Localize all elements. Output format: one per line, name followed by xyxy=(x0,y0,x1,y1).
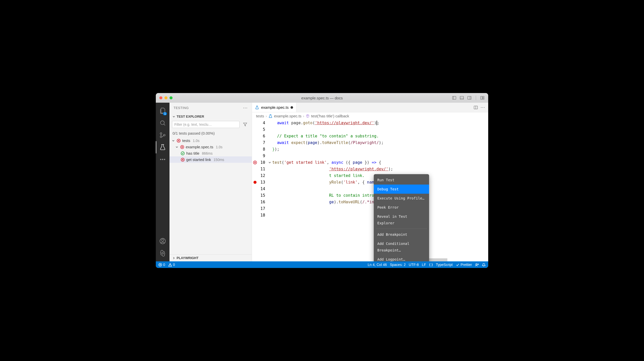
tree-time: 866ms xyxy=(202,151,213,155)
editor-more-button[interactable]: ··· xyxy=(481,105,485,110)
filter-input[interactable]: Filter (e.g. text, !exclu… xyxy=(172,121,240,128)
svg-rect-4 xyxy=(468,96,471,99)
toggle-panel-icon[interactable] xyxy=(460,96,464,100)
menu-add-breakpoint[interactable]: Add Breakpoint xyxy=(374,230,429,239)
editor-tabs: example.spec.ts ··· xyxy=(252,103,488,112)
beaker-icon xyxy=(255,105,259,110)
breadcrumb-folder[interactable]: tests xyxy=(256,114,264,118)
minimize-window-button[interactable] xyxy=(164,96,167,99)
pass-icon xyxy=(181,151,185,155)
menu-execute-profile[interactable]: Execute Using Profile… xyxy=(374,194,429,203)
tab-label: example.spec.ts xyxy=(261,105,289,110)
sidebar-header: TESTING ··· xyxy=(170,103,252,113)
menu-add-logpoint[interactable]: Add Logpoint… xyxy=(374,255,429,261)
status-feedback[interactable] xyxy=(475,263,479,267)
test-fail-glyph[interactable] xyxy=(252,159,258,166)
tree-label: has title xyxy=(186,151,199,155)
tree-root-tests[interactable]: tests 1.0s xyxy=(170,137,252,144)
svg-point-44 xyxy=(476,263,477,265)
menu-run-test[interactable]: Run Test xyxy=(374,175,429,185)
test-summary: 0/1 tests passed (0.00%) xyxy=(170,130,252,137)
traffic-lights xyxy=(159,96,173,99)
tab-example-spec[interactable]: example.spec.ts xyxy=(252,103,296,112)
error-icon xyxy=(158,263,162,267)
svg-point-13 xyxy=(163,134,165,136)
window-title: example.spec.ts — docs xyxy=(301,96,343,100)
breadcrumb-symbol[interactable]: test('has title') callback xyxy=(311,114,349,118)
breadcrumb[interactable]: tests › example.spec.ts › test('has titl… xyxy=(252,112,488,120)
editor-area: example.spec.ts ··· tests › example.spec… xyxy=(252,103,488,261)
svg-point-16 xyxy=(162,159,163,160)
more-activity-button[interactable] xyxy=(156,153,170,166)
breakpoint-glyph[interactable] xyxy=(252,179,258,186)
chevron-down-icon xyxy=(172,115,176,118)
accounts-activity-button[interactable] xyxy=(156,235,170,247)
status-notifications[interactable] xyxy=(482,263,486,267)
sidebar-title: TESTING xyxy=(174,106,243,110)
section-title: TEST EXPLORER xyxy=(177,115,204,118)
chevron-right-icon xyxy=(172,256,176,260)
breadcrumb-separator: › xyxy=(266,114,267,118)
status-lang-mode-icon[interactable] xyxy=(429,263,433,267)
beaker-icon xyxy=(159,144,166,151)
sidebar-more-button[interactable]: ··· xyxy=(243,105,248,111)
scm-activity-button[interactable] xyxy=(156,129,170,141)
svg-point-20 xyxy=(162,252,164,254)
editor-actions: ··· xyxy=(473,103,488,112)
menu-add-conditional-breakpoint[interactable]: Add Conditional Breakpoint… xyxy=(374,239,429,255)
fold-button[interactable] xyxy=(267,159,272,166)
close-window-button[interactable] xyxy=(159,96,162,99)
svg-point-11 xyxy=(160,133,162,134)
status-warnings[interactable]: 0 xyxy=(168,263,175,267)
customize-layout-icon[interactable] xyxy=(480,96,485,100)
tree-test-get-started[interactable]: get started link 150ms xyxy=(170,156,252,163)
tree-time: 1.0s xyxy=(216,145,222,149)
svg-point-15 xyxy=(160,159,161,160)
menu-debug-test[interactable]: Debug Test xyxy=(374,185,429,194)
titlebar-actions xyxy=(452,96,485,100)
svg-point-17 xyxy=(164,159,165,160)
svg-marker-21 xyxy=(243,123,247,126)
maximize-window-button[interactable] xyxy=(170,96,173,99)
window-body: 1 T xyxy=(156,103,488,261)
split-editor-icon[interactable] xyxy=(473,105,478,110)
test-tree: tests 1.0s example.spec.ts 1.0s has titl… xyxy=(170,137,252,254)
status-eol[interactable]: LF xyxy=(422,263,426,267)
test-explorer-header[interactable]: TEST EXPLORER xyxy=(170,113,252,120)
filter-button[interactable] xyxy=(241,121,249,128)
filter-row: Filter (e.g. text, !exclu… xyxy=(170,120,252,130)
divider xyxy=(476,96,476,100)
status-right: Ln 4, Col 46 Spaces: 2 UTF-8 LF TypeScri… xyxy=(368,263,486,267)
status-encoding[interactable]: UTF-8 xyxy=(409,263,419,267)
settings-activity-button[interactable] xyxy=(156,247,170,259)
titlebar: example.spec.ts — docs xyxy=(156,93,488,103)
test-context-menu: Run Test Debug Test Execute Using Profil… xyxy=(374,174,429,261)
breadcrumb-file[interactable]: example.spec.ts xyxy=(274,114,301,118)
toggle-secondary-sidebar-icon[interactable] xyxy=(467,96,472,100)
code-editor[interactable]: 456789101112131415161718 await page.goto… xyxy=(252,120,488,261)
status-language[interactable]: TypeScript xyxy=(436,263,453,267)
playwright-section-header[interactable]: PLAYWRIGHT xyxy=(170,254,252,261)
search-icon xyxy=(159,120,166,126)
feedback-icon xyxy=(475,263,479,267)
braces-icon xyxy=(429,263,433,267)
tree-test-has-title[interactable]: has title 866ms xyxy=(170,150,252,156)
menu-peek-error[interactable]: Peek Error xyxy=(374,203,429,212)
tree-file-example[interactable]: example.spec.ts 1.0s xyxy=(170,144,252,150)
section-title: PLAYWRIGHT xyxy=(177,256,198,260)
menu-reveal-explorer[interactable]: Reveal in Test Explorer xyxy=(374,212,429,228)
status-prettier[interactable]: Prettier xyxy=(456,263,472,267)
testing-activity-button[interactable] xyxy=(156,141,170,153)
svg-rect-2 xyxy=(460,96,464,99)
fold-column xyxy=(267,120,272,261)
svg-rect-7 xyxy=(483,96,484,98)
explorer-activity-button[interactable]: 1 xyxy=(156,105,170,117)
search-activity-button[interactable] xyxy=(156,117,170,129)
toggle-primary-sidebar-icon[interactable] xyxy=(452,96,456,100)
url-literal: 'https://playwright.dev/' xyxy=(329,167,388,171)
status-spaces[interactable]: Spaces: 2 xyxy=(390,263,405,267)
vscode-window: example.spec.ts — docs 1 xyxy=(156,93,488,268)
svg-point-19 xyxy=(162,239,164,241)
status-lncol[interactable]: Ln 4, Col 46 xyxy=(368,263,387,267)
status-errors[interactable]: 0 xyxy=(158,263,165,267)
